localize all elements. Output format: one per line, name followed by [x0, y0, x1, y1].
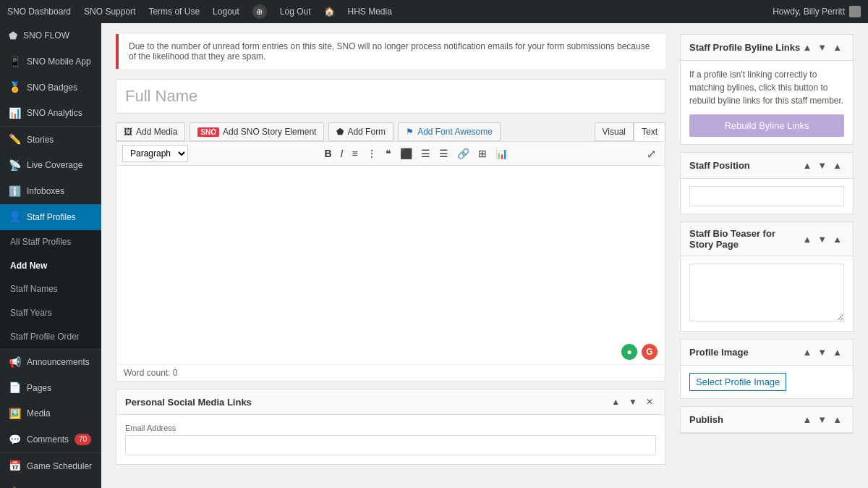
add-font-awesome-button[interactable]: ⚑ Add Font Awesome	[398, 122, 501, 141]
staff-position-input[interactable]	[689, 186, 844, 206]
full-name-input[interactable]	[116, 79, 665, 114]
byline-links-panel: Staff Profile Byline Links ▲ ▼ ▲ If a pr…	[680, 34, 854, 145]
add-sno-button[interactable]: SNO Add SNO Story Element	[190, 122, 324, 141]
sidebar-item-game-scheduler[interactable]: 📅 Game Scheduler	[0, 453, 101, 479]
sidebar-item-pages[interactable]: 📄 Pages	[0, 375, 101, 401]
bio-teaser-textarea[interactable]	[689, 264, 844, 321]
right-panel: Staff Profile Byline Links ▲ ▼ ▲ If a pr…	[680, 34, 854, 434]
media-icon: 🖼️	[9, 407, 21, 421]
text-tab[interactable]: Text	[634, 122, 665, 141]
admin-bar-logout[interactable]: Logout	[213, 7, 239, 17]
admin-bar: SNO Dashboard SNO Support Terms of Use L…	[0, 0, 868, 23]
align-center-button[interactable]: ☰	[418, 146, 433, 161]
sno-badge-icon: SNO	[197, 127, 219, 137]
sidebar-item-sno-badges[interactable]: 🏅 SNO Badges	[0, 75, 101, 101]
sidebar-item-athlete-roster[interactable]: 🏃 Athlete Roster	[0, 479, 101, 488]
profile-image-body: Select Profile Image	[681, 366, 853, 398]
sidebar-item-infoboxes[interactable]: ℹ️ Infoboxes	[0, 179, 101, 205]
admin-bar-log-out[interactable]: Log Out	[280, 7, 311, 17]
staff-position-panel: Staff Position ▲ ▼ ▲	[680, 152, 854, 214]
publish-controls: ▲ ▼ ▲	[800, 413, 844, 426]
social-links-drag[interactable]: ✕	[643, 395, 656, 408]
staff-position-up[interactable]: ▲	[800, 159, 814, 172]
sidebar-item-sno-analytics[interactable]: 📊 SNO Analytics	[0, 101, 101, 127]
publish-collapse[interactable]: ▲	[830, 413, 844, 426]
admin-bar-sno-dashboard[interactable]: SNO Dashboard	[7, 7, 71, 17]
sidebar-item-comments[interactable]: 💬 Comments 70	[0, 427, 101, 453]
expand-editor-button[interactable]: ⤢	[644, 146, 659, 162]
sidebar-item-staff-profile-order[interactable]: Staff Profile Order	[0, 325, 101, 349]
game-scheduler-icon: 📅	[9, 459, 21, 474]
stories-icon: ✏️	[9, 132, 21, 147]
social-links-collapse-up[interactable]: ▲	[608, 395, 623, 408]
chart-button[interactable]: 📊	[493, 146, 511, 161]
sno-flow-icon: ⬟	[9, 29, 17, 43]
mobile-icon: 📱	[9, 55, 21, 70]
editor-bottom-icons: ● G	[116, 340, 665, 364]
rebuild-byline-links-button[interactable]: Rebuild Byline Links	[689, 114, 844, 137]
sidebar-item-sno-mobile[interactable]: 📱 SNO Mobile App	[0, 49, 101, 75]
bio-teaser-collapse[interactable]: ▲	[830, 232, 844, 246]
social-links-title: Personal Social Media Links	[125, 397, 252, 408]
admin-bar-sno-support[interactable]: SNO Support	[84, 7, 135, 17]
sidebar-item-stories[interactable]: ✏️ Stories	[0, 127, 101, 153]
profile-image-up[interactable]: ▲	[800, 345, 814, 359]
bold-button[interactable]: B	[321, 146, 334, 161]
social-links-header: Personal Social Media Links ▲ ▼ ✕	[116, 390, 665, 415]
add-media-button[interactable]: 🖼 Add Media	[116, 122, 185, 141]
bio-teaser-up[interactable]: ▲	[800, 232, 814, 246]
sidebar-item-staff-years[interactable]: Staff Years	[0, 301, 101, 325]
byline-links-down[interactable]: ▼	[815, 41, 829, 54]
grammarly-green-icon[interactable]: ●	[621, 344, 637, 360]
admin-bar-terms[interactable]: Terms of Use	[148, 7, 200, 17]
admin-bar-house-icon: 🏠	[324, 7, 335, 17]
unordered-list-button[interactable]: ≡	[349, 146, 360, 161]
social-links-collapse-down[interactable]: ▼	[626, 395, 640, 408]
align-right-button[interactable]: ☰	[436, 146, 451, 161]
align-left-button[interactable]: ⬛	[397, 146, 415, 161]
sidebar-item-announcements[interactable]: 📢 Announcements	[0, 350, 101, 376]
sidebar-item-staff-profiles[interactable]: 👤 Staff Profiles	[0, 204, 101, 230]
byline-links-title: Staff Profile Byline Links	[689, 42, 800, 53]
link-button[interactable]: 🔗	[454, 146, 472, 161]
sidebar-item-sno-flow[interactable]: ⬟ SNO FLOW	[0, 23, 101, 49]
admin-avatar	[849, 6, 861, 17]
comments-badge: 70	[75, 434, 91, 445]
byline-links-collapse[interactable]: ▲	[830, 41, 844, 54]
staff-position-title: Staff Position	[689, 160, 750, 171]
italic-button[interactable]: I	[338, 146, 346, 161]
ordered-list-button[interactable]: ⋮	[364, 146, 380, 161]
badges-icon: 🏅	[9, 80, 21, 95]
editor-format-bar: Paragraph Heading 1 Heading 2 Heading 3 …	[116, 142, 665, 166]
publish-up[interactable]: ▲	[800, 413, 814, 426]
table-button[interactable]: ⊞	[475, 146, 490, 161]
add-form-button[interactable]: ⬟ Add Form	[328, 122, 393, 141]
admin-bar-site-name[interactable]: HHS Media	[348, 7, 392, 17]
editor-container: Paragraph Heading 1 Heading 2 Heading 3 …	[116, 141, 665, 382]
profile-image-down[interactable]: ▼	[815, 345, 829, 359]
publish-down[interactable]: ▼	[815, 413, 829, 426]
sidebar-item-live-coverage[interactable]: 📡 Live Coverage	[0, 153, 101, 179]
byline-links-up[interactable]: ▲	[800, 41, 814, 54]
grammarly-g-icon[interactable]: G	[642, 344, 658, 360]
sidebar-item-all-staff-profiles[interactable]: All Staff Profiles	[0, 230, 101, 254]
editor-body[interactable]	[116, 166, 665, 340]
sidebar-item-media[interactable]: 🖼️ Media	[0, 401, 101, 427]
bio-teaser-down[interactable]: ▼	[815, 232, 829, 246]
staff-position-down[interactable]: ▼	[815, 159, 829, 172]
format-select[interactable]: Paragraph Heading 1 Heading 2 Heading 3	[122, 145, 188, 162]
email-input[interactable]	[125, 435, 656, 455]
profile-image-collapse[interactable]: ▲	[830, 345, 844, 359]
visual-tab[interactable]: Visual	[595, 122, 634, 141]
admin-bar-wp-icon[interactable]: ⊕	[252, 4, 267, 19]
staff-position-collapse[interactable]: ▲	[830, 159, 844, 172]
byline-links-header: Staff Profile Byline Links ▲ ▼ ▲	[681, 35, 853, 61]
sidebar-item-staff-names[interactable]: Staff Names	[0, 277, 101, 301]
sidebar-item-add-new[interactable]: Add New	[0, 254, 101, 278]
staff-position-body	[681, 179, 853, 214]
select-profile-image-link[interactable]: Select Profile Image	[689, 373, 786, 391]
blockquote-button[interactable]: ❝	[383, 146, 394, 161]
editor-toolbar-row: 🖼 Add Media SNO Add SNO Story Element ⬟ …	[116, 122, 665, 141]
byline-links-body: If a profile isn't linking correctly to …	[681, 61, 853, 144]
layout: ⬟ SNO FLOW 📱 SNO Mobile App 🏅 SNO Badges…	[0, 23, 868, 488]
